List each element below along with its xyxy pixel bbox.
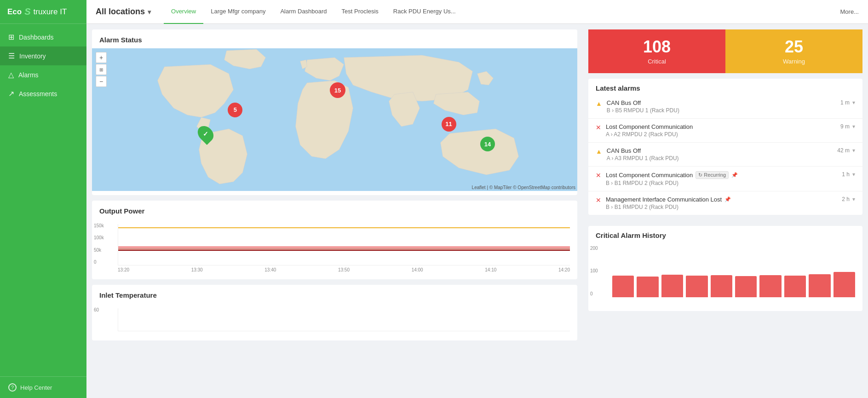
warning-label: Warning	[734, 58, 854, 65]
inlet-temperature-title: Inlet Temperature	[92, 285, 577, 304]
power-x-1350: 13:50	[338, 267, 350, 272]
alarm-status-card: Alarm Status	[92, 29, 577, 195]
map-pin-14[interactable]: 14	[480, 137, 495, 151]
history-y-0: 0	[590, 291, 598, 296]
map-layers-button[interactable]: ⊞	[96, 64, 107, 75]
zoom-out-button[interactable]: −	[96, 76, 107, 87]
critical-count: 108	[597, 38, 717, 56]
alarm-content-2: Lost Component Communication A › A2 RMPD…	[606, 123, 836, 138]
history-bar-0	[612, 276, 634, 297]
help-center[interactable]: ? Help Center	[0, 376, 86, 398]
map-credit: Leaflet | © MapTiler © OpenStreetMap con…	[472, 185, 575, 190]
power-chart-area	[118, 224, 570, 265]
zoom-in-button[interactable]: +	[96, 52, 107, 63]
alarm-error-icon-2: ✕	[596, 124, 601, 131]
map-pin-11[interactable]: 11	[442, 117, 456, 132]
more-label: More...	[840, 8, 859, 15]
power-x-1410: 14:10	[485, 267, 496, 272]
alarm-time-5: 2 h ▾	[842, 196, 855, 202]
critical-label: Critical	[597, 58, 717, 65]
sidebar: EcoStruxure IT ⊞ Dashboards ☰ Inventory …	[0, 0, 86, 398]
tab-rack-pdu[interactable]: Rack PDU Energy Us...	[386, 0, 463, 24]
left-panel: Alarm Status	[86, 24, 583, 398]
sidebar-nav: ⊞ Dashboards ☰ Inventory △ Alarms ↗ Asse…	[0, 24, 86, 376]
history-bar-2	[661, 275, 683, 297]
alarm-path-2: A › A2 RMPDU 2 (Rack PDU)	[606, 131, 836, 138]
alarm-item-1[interactable]: ▲ CAN Bus Off B › B5 RMPDU 1 (Rack PDU) …	[588, 95, 862, 119]
alarm-title-3: CAN Bus Off	[607, 147, 833, 154]
latest-alarms-title: Latest alarms	[588, 79, 862, 95]
sidebar-item-alarms[interactable]: △ Alarms	[0, 65, 86, 84]
dashboard-icon: ⊞	[8, 33, 14, 41]
recurring-icon: ↻	[698, 172, 702, 178]
logo-eco: Eco	[7, 7, 22, 17]
sidebar-item-dashboards[interactable]: ⊞ Dashboards	[0, 28, 86, 46]
alarm-item-4[interactable]: ✕ Lost Component Communication ↻ Recurri…	[588, 167, 862, 191]
tab-test-proclesis[interactable]: Test Proclesis	[334, 0, 386, 24]
output-power-card: Output Power 150k 100k 50k 0	[92, 201, 577, 279]
map-container: 5 15 11 14 ✓ + ⊞ − Leaflet | © MapTiler …	[92, 48, 577, 191]
sidebar-item-label-inventory: Inventory	[19, 52, 46, 60]
tab-test-proclesis-label: Test Proclesis	[342, 8, 379, 15]
history-bars	[612, 247, 855, 297]
sidebar-item-inventory[interactable]: ☰ Inventory	[0, 46, 86, 65]
history-bar-9	[834, 272, 855, 297]
more-tabs-button[interactable]: More...	[840, 8, 859, 15]
history-bar-6	[759, 275, 781, 297]
alarm-time-2: 9 m ▾	[840, 123, 855, 130]
power-x-labels: 13:20 13:30 13:40 13:50 14:00 14:10 14:2…	[118, 265, 570, 272]
alarm-path-4: B › B1 RMPDU 2 (Rack PDU)	[606, 180, 837, 186]
tab-large-mfgr[interactable]: Large Mfgr company	[203, 0, 273, 24]
temp-y-label: 60	[92, 307, 101, 312]
critical-count-box[interactable]: 108 Critical	[588, 29, 725, 73]
alarm-item-2[interactable]: ✕ Lost Component Communication A › A2 RM…	[588, 119, 862, 143]
alarm-expand-5[interactable]: ▾	[852, 196, 855, 202]
sidebar-item-label-assessments: Assessments	[19, 90, 57, 98]
alarm-item-3[interactable]: ▲ CAN Bus Off A › A3 RMPDU 1 (Rack PDU) …	[588, 143, 862, 167]
history-bar-8	[809, 274, 830, 297]
logo: EcoStruxure IT	[0, 0, 86, 24]
map-pin-5[interactable]: 5	[228, 103, 242, 117]
map-controls: + ⊞ −	[96, 52, 107, 87]
location-name: All locations	[96, 7, 145, 17]
alarm-title-4: Lost Component Communication ↻ Recurring…	[606, 171, 837, 179]
pin-icon-5: 📌	[724, 196, 731, 202]
sidebar-item-label-alarms: Alarms	[18, 71, 39, 79]
sidebar-item-assessments[interactable]: ↗ Assessments	[0, 84, 86, 103]
alarm-content-4: Lost Component Communication ↻ Recurring…	[606, 171, 837, 186]
tab-rack-pdu-label: Rack PDU Energy Us...	[393, 8, 456, 15]
logo-truxure: truxure IT	[34, 7, 67, 17]
alarm-warning-icon-1: ▲	[596, 100, 602, 107]
inventory-icon: ☰	[8, 52, 15, 60]
alarm-expand-4[interactable]: ▾	[852, 171, 855, 178]
right-panel: 108 Critical 25 Warning Latest alarms ▲ …	[583, 24, 868, 398]
alarm-expand-3[interactable]: ▾	[852, 147, 855, 154]
alarm-expand-1[interactable]: ▾	[852, 99, 855, 106]
alarm-warning-icon-3: ▲	[596, 148, 602, 155]
sidebar-item-label-dashboards: Dashboards	[19, 34, 54, 41]
tab-alarm-dashboard[interactable]: Alarm Dashboard	[273, 0, 334, 24]
tab-overview[interactable]: Overview	[164, 0, 203, 24]
alarm-error-icon-4: ✕	[596, 172, 601, 179]
alarm-path-3: A › A3 RMPDU 1 (Rack PDU)	[607, 155, 833, 162]
power-x-1420: 14:20	[558, 267, 570, 272]
content-area: Alarm Status	[86, 24, 868, 398]
power-line-red	[118, 247, 570, 248]
alarm-time-4: 1 h ▾	[842, 171, 855, 178]
location-title[interactable]: All locations ▾	[96, 7, 151, 17]
alarm-path-5: B › B1 RMPDU 2 (Rack PDU)	[606, 204, 837, 210]
warning-count-box[interactable]: 25 Warning	[725, 29, 862, 73]
power-x-1320: 13:20	[118, 267, 129, 272]
assessments-icon: ↗	[8, 89, 14, 98]
location-chevron-icon: ▾	[148, 8, 151, 16]
history-bar-1	[637, 277, 658, 297]
history-bar-3	[686, 276, 707, 297]
alarm-content-1: CAN Bus Off B › B5 RMPDU 1 (Rack PDU)	[607, 99, 836, 114]
alarm-item-5[interactable]: ✕ Management Interface Communication Los…	[588, 191, 862, 215]
power-y-50k: 50k	[94, 248, 104, 253]
alarms-icon: △	[8, 70, 14, 79]
history-y-100: 100	[590, 268, 598, 273]
inlet-temperature-card: Inlet Temperature 60	[92, 285, 577, 340]
alarm-expand-2[interactable]: ▾	[852, 123, 855, 130]
power-x-1400: 14:00	[412, 267, 423, 272]
